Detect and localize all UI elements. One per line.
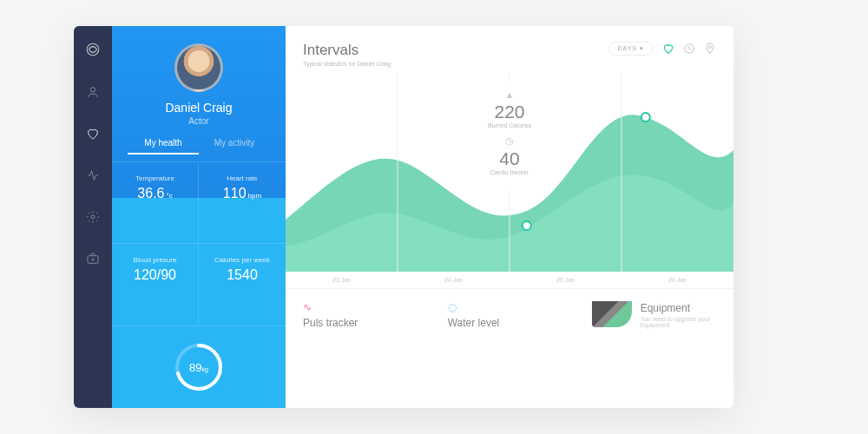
- profile-header: Daniel Craig Actor: [112, 26, 286, 138]
- x-axis-labels: 23 Jan 24 Jan 25 Jan 26 Jan: [286, 272, 733, 288]
- tab-my-activity[interactable]: My activity: [199, 138, 270, 155]
- tile-label: Heart rate: [199, 174, 286, 182]
- stat-label: Burned Calories: [488, 122, 531, 128]
- tile-blood-pressure: Blood presure 120/90: [112, 243, 199, 325]
- nav-settings-icon[interactable]: [86, 210, 100, 227]
- tile-label: Blood presure: [112, 256, 198, 264]
- avatar[interactable]: [174, 43, 223, 92]
- page-title: Intervals: [303, 42, 391, 59]
- tile-value: 1540: [199, 267, 286, 283]
- card-water[interactable]: ◌ Water level: [448, 301, 572, 329]
- location-icon[interactable]: [704, 43, 716, 55]
- tile-label: Calories per week: [199, 256, 286, 264]
- clock-icon[interactable]: [683, 43, 695, 55]
- drop-icon: ◌: [448, 301, 572, 313]
- nav-profile-icon[interactable]: [86, 85, 100, 102]
- logo-icon[interactable]: [85, 42, 101, 61]
- profile-tabs: My health My activity: [112, 138, 286, 161]
- header-controls: DAYS ▾: [608, 42, 717, 56]
- tile-value: 36.6°c: [112, 186, 198, 201]
- flame-icon: ▲: [488, 89, 531, 100]
- page-subtitle: Typical statistics for Daniel Craig: [303, 61, 391, 67]
- chevron-down-icon: ▾: [640, 45, 644, 51]
- svg-point-0: [87, 43, 99, 56]
- card-title: Equipment: [641, 302, 716, 314]
- card-subtitle: You need to upgrade your Equipment: [641, 316, 716, 328]
- tile-label: Temperature: [112, 174, 198, 182]
- tile-value: 110bpm: [199, 186, 286, 201]
- stat-value: 40: [488, 148, 531, 169]
- tab-my-health[interactable]: My health: [128, 138, 199, 155]
- profile-panel: Daniel Craig Actor My health My activity…: [112, 26, 286, 408]
- range-dropdown[interactable]: DAYS ▾: [608, 42, 654, 56]
- main-header: Intervals Typical statistics for Daniel …: [286, 26, 733, 72]
- nav-health-icon[interactable]: [86, 127, 100, 144]
- bottom-cards: ∿ Puls tracker ◌ Water level Equipment Y…: [286, 288, 733, 329]
- svg-point-1: [90, 88, 95, 92]
- profile-role: Actor: [112, 116, 286, 126]
- tile-heart-rate: Heart rate 110bpm: [199, 161, 286, 243]
- weight-ring: 89kg: [112, 326, 286, 408]
- x-tick: 23 Jan: [332, 277, 351, 283]
- pulse-icon: ∿: [303, 301, 427, 313]
- clock-icon: ◷: [488, 135, 531, 147]
- metric-tiles: Temperature 36.6°c Heart rate 110bpm Blo…: [112, 161, 286, 408]
- app-window: Daniel Craig Actor My health My activity…: [74, 26, 733, 408]
- tile-calories: Calories per week 1540: [199, 243, 286, 325]
- svg-point-2: [91, 215, 95, 219]
- nav-rail: [74, 26, 112, 408]
- main-panel: Intervals Typical statistics for Daniel …: [286, 26, 733, 408]
- chart-stat-card: ▲ 220 Burned Calories ◷ 40 Cardio tracke…: [472, 81, 547, 191]
- nav-kit-icon[interactable]: [86, 252, 100, 269]
- svg-point-11: [523, 221, 531, 230]
- x-tick: 24 Jan: [444, 277, 463, 283]
- card-equipment[interactable]: Equipment You need to upgrade your Equip…: [592, 301, 716, 329]
- favorite-icon[interactable]: [662, 43, 674, 55]
- tile-value: 120/90: [112, 267, 198, 283]
- svg-point-12: [641, 113, 650, 122]
- x-tick: 26 Jan: [668, 277, 687, 283]
- card-puls[interactable]: ∿ Puls tracker: [303, 301, 427, 329]
- intervals-chart: ▲ 220 Burned Calories ◷ 40 Cardio tracke…: [286, 72, 733, 272]
- ring-value: 89kg: [189, 360, 208, 373]
- stat-value: 220: [488, 102, 531, 122]
- shoe-image: [592, 301, 631, 327]
- nav-activity-icon[interactable]: [86, 168, 100, 186]
- x-tick: 25 Jan: [556, 277, 575, 283]
- card-title: Puls tracker: [303, 317, 427, 329]
- card-title: Water level: [448, 317, 572, 329]
- stat-label: Cardio tracker: [488, 169, 531, 175]
- tile-temperature: Temperature 36.6°c: [112, 161, 199, 243]
- profile-name: Daniel Craig: [112, 101, 286, 115]
- svg-point-7: [709, 46, 712, 49]
